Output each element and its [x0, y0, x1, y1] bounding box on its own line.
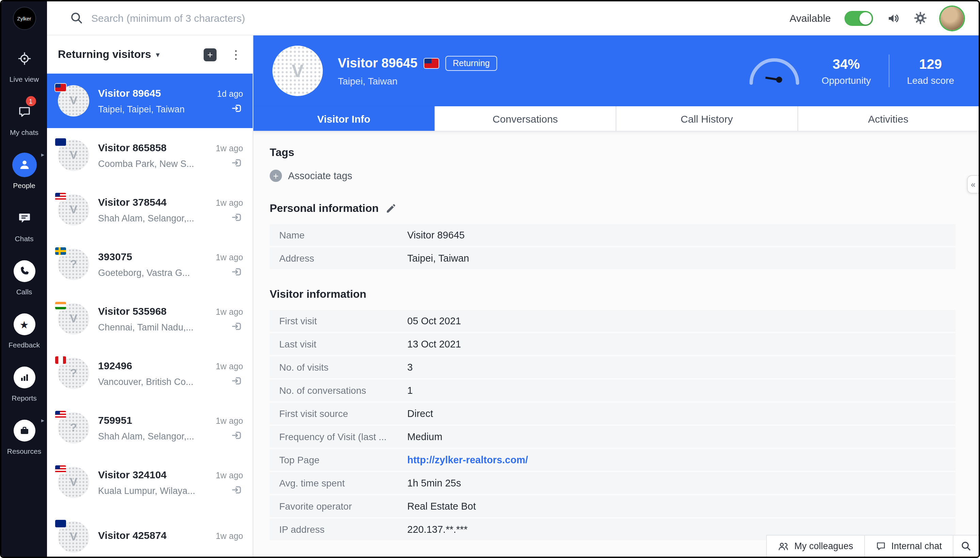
- last-seen-time: 1d ago: [212, 89, 243, 99]
- open-visitor-icon[interactable]: [231, 102, 243, 115]
- row-label: Top Page: [279, 455, 407, 465]
- kebab-menu-icon[interactable]: ⋮: [230, 48, 242, 62]
- row-label: Frequency of Visit (last ...: [279, 431, 407, 442]
- gear-icon[interactable]: [914, 11, 927, 25]
- last-seen-time: 1w ago: [210, 471, 243, 480]
- status-search-button[interactable]: [953, 535, 978, 556]
- visitor-location: Coomba Park, New S...: [98, 159, 194, 169]
- info-row: Last visit 13 Oct 2021: [270, 333, 955, 355]
- visitor-list-item[interactable]: V Visitor 378544 1w ago Shah Alam, Selan…: [47, 182, 253, 237]
- visitor-list-item[interactable]: V Visitor 865858 1w ago Coomba Park, New…: [47, 128, 253, 182]
- visitor-detail-panel: V Visitor 89645 Returning Taipei, Taiwan: [254, 35, 978, 556]
- sidebar-item-reports[interactable]: Reports: [2, 357, 47, 410]
- availability-toggle[interactable]: [844, 11, 873, 26]
- sidebar-item-resources[interactable]: Resources ▸: [2, 410, 47, 463]
- open-visitor-icon[interactable]: [231, 375, 243, 387]
- chevron-down-icon: ▾: [156, 50, 160, 59]
- sidebar-item-live-view[interactable]: Live view: [2, 38, 47, 91]
- colleagues-icon: [778, 541, 789, 551]
- search-icon: [961, 541, 971, 551]
- speaker-icon[interactable]: [887, 11, 900, 25]
- visitor-list-item[interactable]: V Visitor 324104 1w ago Kuala Lumpur, Wi…: [47, 455, 253, 510]
- row-label: Address: [279, 253, 407, 264]
- visitor-avatar: V: [58, 140, 89, 171]
- top-page-link[interactable]: http://zylker-realtors.com/: [407, 455, 528, 465]
- sidebar-item-people[interactable]: People ▸: [2, 144, 47, 198]
- row-value: 05 Oct 2021: [407, 315, 461, 327]
- visitor-location: Taipei, Taipei, Taiwan: [98, 104, 185, 115]
- visitor-avatar: V: [58, 467, 89, 498]
- avatar-initial: V: [70, 530, 78, 544]
- my-chats-icon: 1: [17, 100, 31, 124]
- row-value: Direct: [407, 408, 433, 419]
- row-value: Medium: [407, 431, 442, 442]
- tab-visitor-info[interactable]: Visitor Info: [254, 106, 434, 131]
- country-flag: [55, 411, 66, 419]
- associate-tags-button[interactable]: + Associate tags: [270, 170, 978, 182]
- list-filter-dropdown[interactable]: Returning visitors ▾: [58, 48, 160, 61]
- open-visitor-icon[interactable]: [231, 429, 243, 441]
- opportunity-gauge: [745, 55, 804, 87]
- tags-section-title: Tags: [270, 146, 978, 159]
- open-visitor-icon[interactable]: [231, 211, 243, 223]
- tab-activities[interactable]: Activities: [797, 106, 978, 131]
- visitor-location: Shah Alam, Selangor,...: [98, 213, 194, 223]
- last-seen-time: 1w ago: [210, 253, 243, 262]
- sidebar-item-label: My chats: [10, 128, 38, 136]
- info-row: First visit source Direct: [270, 403, 955, 425]
- sidebar-item-label: Resources: [7, 447, 41, 455]
- personal-info-title: Personal information: [270, 202, 978, 215]
- add-chat-icon[interactable]: +: [204, 48, 217, 61]
- visitor-list-item[interactable]: ? 759951 1w ago Shah Alam, Selangor,...: [47, 400, 253, 455]
- chats-icon: [17, 206, 31, 230]
- visitor-name: Visitor 425874: [98, 529, 167, 541]
- visitor-name: Visitor 865858: [98, 142, 167, 153]
- sidebar-item-my-chats[interactable]: 1 My chats: [2, 91, 47, 144]
- sidebar-item-calls[interactable]: Calls: [2, 251, 47, 304]
- tab-call-history[interactable]: Call History: [616, 106, 797, 131]
- visitor-detail-header: V Visitor 89645 Returning Taipei, Taiwan: [254, 35, 978, 106]
- calls-icon: [13, 259, 35, 284]
- info-row: Avg. time spent 1h 5min 25s: [270, 472, 955, 494]
- visitor-list-item[interactable]: V Visitor 425874 1w ago: [47, 510, 253, 556]
- info-row: First visit 05 Oct 2021: [270, 310, 955, 332]
- reports-icon: [13, 365, 35, 390]
- visitor-name: 759951: [98, 414, 132, 426]
- row-label: IP address: [279, 524, 407, 535]
- screenshot-stage: Zylker Live view 1 My chats: [0, 0, 980, 558]
- sidebar-item-feedback[interactable]: ★ Feedback: [2, 304, 47, 357]
- info-row: Address Taipei, Taiwan: [270, 247, 955, 269]
- visitor-info-content: Tags + Associate tags Personal informati…: [254, 131, 978, 556]
- internal-chat-button[interactable]: Internal chat: [864, 535, 953, 556]
- my-colleagues-button[interactable]: My colleagues: [766, 535, 864, 556]
- user-avatar[interactable]: [941, 7, 964, 30]
- sidebar-item-label: Reports: [11, 394, 37, 402]
- resources-icon: [13, 419, 35, 443]
- main-sidebar: Zylker Live view 1 My chats: [2, 2, 47, 556]
- visitor-list-item[interactable]: V Visitor 89645 1d ago Taipei, Taipei, T…: [47, 74, 253, 128]
- info-row: Name Visitor 89645: [270, 224, 955, 246]
- visitor-avatar: ?: [58, 249, 89, 280]
- visitor-list-item[interactable]: ? 393075 1w ago Goeteborg, Vastra G...: [47, 237, 253, 292]
- visitor-avatar: V: [58, 521, 89, 553]
- open-visitor-icon[interactable]: [231, 157, 243, 169]
- list-title: Returning visitors: [58, 48, 151, 61]
- unread-count-badge: 1: [26, 96, 36, 106]
- visitor-list-header: Returning visitors ▾ + ⋮: [47, 35, 253, 74]
- last-seen-time: 1w ago: [210, 362, 243, 371]
- visitor-location-heading: Taipei, Taiwan: [338, 75, 497, 86]
- open-visitor-icon[interactable]: [231, 320, 243, 333]
- visitor-list-item[interactable]: ? 192496 1w ago Vancouver, British Co...: [47, 346, 253, 400]
- last-seen-time: 1w ago: [210, 198, 243, 208]
- tab-conversations[interactable]: Conversations: [434, 106, 616, 131]
- open-visitor-icon[interactable]: [231, 266, 243, 278]
- sidebar-item-chats[interactable]: Chats: [2, 198, 47, 251]
- flyout-arrow-icon: ▸: [41, 417, 44, 424]
- open-visitor-icon[interactable]: [231, 484, 243, 496]
- visitor-list-item[interactable]: V Visitor 535968 1w ago Chennai, Tamil N…: [47, 292, 253, 346]
- top-bar: Available: [47, 2, 978, 35]
- edit-pencil-icon[interactable]: [386, 204, 396, 213]
- collapse-panel-button[interactable]: «: [967, 175, 978, 194]
- row-label: First visit source: [279, 408, 407, 419]
- search-input[interactable]: [91, 12, 377, 24]
